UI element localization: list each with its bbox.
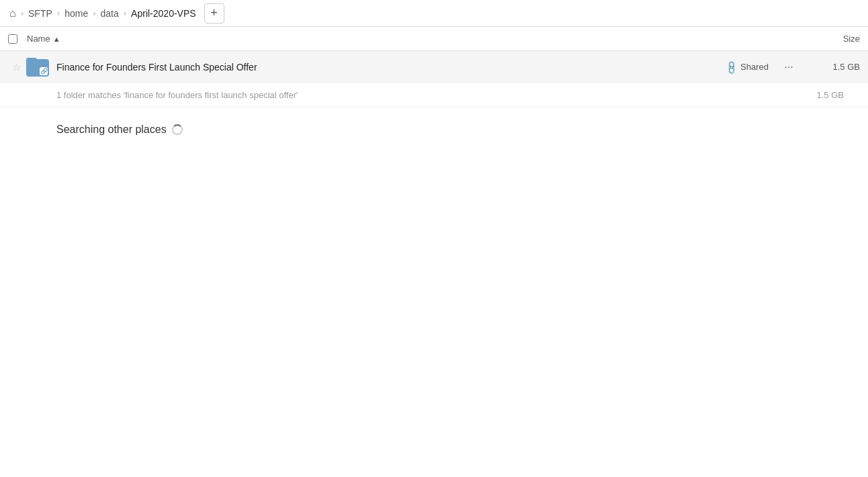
search-total-size: 1.5 GB: [817, 90, 844, 100]
breadcrumb-home[interactable]: ⌂: [5, 5, 20, 22]
link-icon: 🔗: [724, 59, 739, 75]
breadcrumb-sep-3: ›: [93, 8, 95, 18]
sort-arrow-icon: ▲: [53, 35, 60, 43]
searching-label: Searching other places: [56, 124, 167, 136]
file-name: Finance for Founders First Launch Specia…: [51, 62, 726, 73]
breadcrumb-sep-4: ›: [124, 8, 126, 18]
star-button[interactable]: ☆: [8, 61, 24, 73]
breadcrumb-bar: ⌂ › SFTP › home › data › April-2020-VPS …: [0, 0, 868, 27]
add-tab-button[interactable]: +: [204, 3, 224, 24]
search-match-text: 1 folder matches 'finance for founders f…: [56, 90, 298, 100]
breadcrumb-data[interactable]: data: [97, 5, 123, 21]
breadcrumb-home2[interactable]: home: [60, 5, 92, 21]
breadcrumb-sep-2: ›: [57, 8, 60, 18]
more-options-button[interactable]: ···: [779, 58, 798, 77]
select-all-checkbox[interactable]: [8, 34, 27, 44]
home-icon: ⌂: [9, 7, 16, 19]
breadcrumb-april[interactable]: April-2020-VPS: [127, 5, 200, 21]
search-info-bar: 1 folder matches 'finance for founders f…: [0, 83, 868, 107]
shared-badge[interactable]: 🔗 Shared: [726, 62, 769, 73]
searching-other-places: Searching other places: [0, 107, 868, 152]
folder-link-badge: 🔗: [40, 67, 48, 75]
breadcrumb-sftp[interactable]: SFTP: [24, 5, 56, 21]
column-header: Name ▲ Size: [0, 27, 868, 51]
file-row[interactable]: ☆ 🔗 Finance for Founders First Launch Sp…: [0, 51, 868, 83]
loading-spinner: [172, 124, 183, 135]
file-size: 1.5 GB: [806, 62, 860, 72]
size-column-header: Size: [806, 34, 860, 44]
name-column-header[interactable]: Name ▲: [27, 34, 806, 44]
breadcrumb-sep-1: ›: [21, 8, 24, 18]
folder-icon: 🔗: [24, 58, 51, 77]
select-all-input[interactable]: [8, 34, 17, 44]
